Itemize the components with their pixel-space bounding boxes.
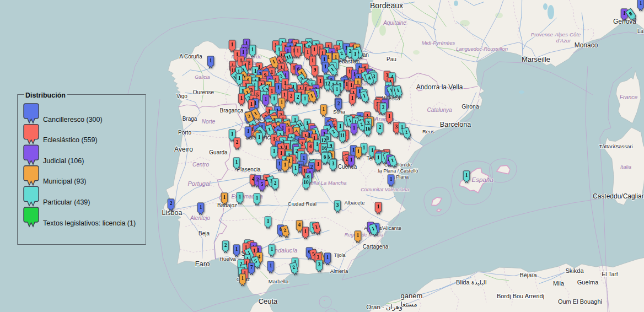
svg-text:2: 2 <box>236 139 239 145</box>
svg-text:1: 1 <box>223 195 226 200</box>
svg-text:Mila: Mila <box>553 280 565 287</box>
svg-text:France: France <box>620 94 638 100</box>
svg-text:España: España <box>471 176 493 183</box>
svg-text:Midi-Pyrénées: Midi-Pyrénées <box>422 40 455 46</box>
svg-text:Andorra la Vella: Andorra la Vella <box>416 83 463 91</box>
svg-text:1: 1 <box>273 136 276 142</box>
svg-text:Languedoc-Roussillon: Languedoc-Roussillon <box>456 46 508 52</box>
svg-text:2: 2 <box>290 93 293 99</box>
svg-text:Oran - وهران: Oran - وهران <box>366 304 402 311</box>
svg-text:Alentejo: Alentejo <box>190 215 211 221</box>
svg-text:Plasencia: Plasencia <box>237 166 261 173</box>
svg-text:6: 6 <box>324 154 326 160</box>
svg-text:1: 1 <box>251 47 254 52</box>
svg-text:Guarda: Guarda <box>209 149 228 155</box>
svg-text:1: 1 <box>390 176 393 182</box>
svg-text:1: 1 <box>336 87 339 92</box>
svg-text:1: 1 <box>323 57 326 62</box>
svg-text:1: 1 <box>253 248 256 254</box>
svg-text:Braga: Braga <box>183 116 197 122</box>
svg-text:7: 7 <box>250 265 253 270</box>
svg-text:Beja: Beja <box>198 230 210 236</box>
svg-text:Reus: Reus <box>422 128 434 135</box>
svg-text:1: 1 <box>350 157 353 163</box>
svg-text:Almería: Almería <box>330 268 348 274</box>
svg-text:Porto: Porto <box>178 130 191 136</box>
svg-text:Norte: Norte <box>202 119 216 125</box>
svg-text:4: 4 <box>309 144 312 149</box>
svg-text:1: 1 <box>240 95 243 101</box>
svg-text:Bragança: Bragança <box>220 107 244 114</box>
svg-text:1: 1 <box>280 150 283 156</box>
svg-text:11: 11 <box>340 133 345 138</box>
svg-text:Aquitaine: Aquitaine <box>383 20 406 26</box>
svg-text:2: 2 <box>379 125 382 130</box>
svg-text:1: 1 <box>297 48 299 53</box>
svg-text:1: 1 <box>303 155 305 161</box>
svg-text:1: 1 <box>256 195 259 201</box>
svg-text:1: 1 <box>278 161 281 166</box>
svg-text:1: 1 <box>247 128 250 134</box>
svg-text:Aveiro: Aveiro <box>174 146 193 153</box>
svg-text:16: 16 <box>321 146 327 151</box>
svg-text:12: 12 <box>325 81 330 87</box>
svg-text:2: 2 <box>301 141 304 147</box>
svg-text:2: 2 <box>349 49 352 54</box>
svg-text:1: 1 <box>623 10 626 16</box>
svg-text:1: 1 <box>465 173 468 178</box>
svg-text:Guelma: Guelma <box>577 279 599 286</box>
svg-text:1: 1 <box>270 263 272 268</box>
svg-text:1: 1 <box>281 100 283 105</box>
svg-text:1: 1 <box>235 159 238 165</box>
svg-text:1: 1 <box>351 95 354 101</box>
svg-text:1: 1 <box>388 114 391 119</box>
svg-text:Comunitat Valenciana: Comunitat Valenciana <box>361 187 409 192</box>
svg-text:Vigo: Vigo <box>176 93 187 99</box>
svg-text:2: 2 <box>274 180 277 186</box>
svg-text:9: 9 <box>314 67 316 73</box>
svg-text:1: 1 <box>307 50 309 55</box>
svg-text:Particular (439): Particular (439) <box>43 198 90 206</box>
svg-text:1: 1 <box>242 276 244 281</box>
svg-text:1: 1 <box>265 96 267 102</box>
svg-text:ganem: ganem <box>401 292 423 300</box>
svg-text:1: 1 <box>377 155 380 160</box>
svg-text:1: 1 <box>304 96 307 101</box>
svg-text:1: 1 <box>357 149 360 154</box>
svg-text:Tijola: Tijola <box>334 252 345 258</box>
svg-text:1: 1 <box>271 88 273 94</box>
svg-text:1: 1 <box>357 233 359 238</box>
svg-text:1: 1 <box>210 58 212 63</box>
svg-text:3: 3 <box>318 262 321 267</box>
svg-text:Italia: Italia <box>620 164 631 170</box>
svg-text:Marbella: Marbella <box>269 278 289 284</box>
svg-text:Municipal (93): Municipal (93) <box>43 177 87 185</box>
svg-text:Ceuta: Ceuta <box>259 297 278 305</box>
svg-text:10: 10 <box>303 180 309 185</box>
svg-text:Skikda: Skikda <box>565 267 584 274</box>
svg-text:1: 1 <box>239 194 242 200</box>
svg-text:d'Azur: d'Azur <box>556 37 571 44</box>
svg-text:1: 1 <box>288 158 291 164</box>
svg-text:4: 4 <box>298 222 301 228</box>
svg-text:1: 1 <box>640 1 642 6</box>
svg-text:1: 1 <box>294 165 297 171</box>
svg-text:1: 1 <box>275 77 277 83</box>
svg-text:3: 3 <box>336 202 339 208</box>
svg-text:1: 1 <box>277 85 280 90</box>
svg-text:2: 2 <box>382 105 385 110</box>
svg-text:1: 1 <box>231 131 234 137</box>
svg-text:1: 1 <box>352 147 355 153</box>
svg-text:1: 1 <box>354 51 357 57</box>
svg-text:Casteddu/Cagliari: Casteddu/Cagliari <box>593 192 644 200</box>
svg-text:Huelva: Huelva <box>219 256 236 262</box>
svg-text:Textos legislativos: licencia: Textos legislativos: licencia (1) <box>43 219 136 227</box>
svg-text:Badajoz: Badajoz <box>217 202 237 208</box>
svg-text:Ciudad Real: Ciudad Real <box>288 201 316 207</box>
svg-text:1: 1 <box>377 204 380 209</box>
svg-text:1: 1 <box>326 255 329 260</box>
svg-text:1: 1 <box>312 58 314 63</box>
svg-text:1: 1 <box>258 135 261 140</box>
svg-text:1: 1 <box>304 229 307 234</box>
svg-text:Marseille: Marseille <box>522 55 550 63</box>
